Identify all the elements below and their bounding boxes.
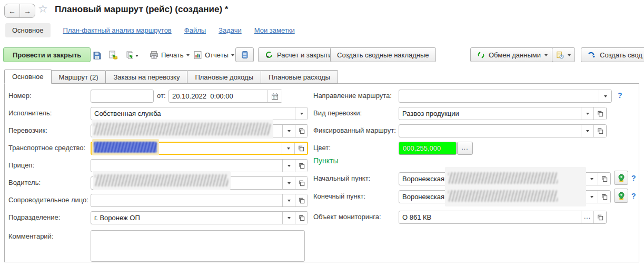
department-input[interactable] [91, 212, 282, 224]
chevron-down-icon[interactable] [585, 173, 598, 185]
create-based-on-icon[interactable] [124, 50, 140, 61]
reports-label: Отчеты [205, 51, 229, 59]
comment-label: Комментарий: [8, 232, 54, 240]
tab-planned-expenses[interactable]: Плановые расходы [261, 70, 338, 84]
chevron-down-icon[interactable] [282, 125, 295, 137]
back-arrow-icon[interactable]: ← [5, 4, 19, 17]
date-input[interactable] [169, 90, 267, 102]
post-document-icon[interactable] [108, 50, 118, 61]
data-exchange-button[interactable]: Обмен данными [470, 47, 554, 62]
route-direction-field [399, 90, 612, 103]
chevron-down-icon[interactable] [282, 212, 295, 224]
calc-refresh-icon [265, 51, 273, 59]
tab-route[interactable]: Маршрут (2) [51, 70, 106, 84]
form-tabs: Основное Маршрут (2) Заказы на перевозку… [4, 70, 338, 84]
monitoring-object-input[interactable] [399, 211, 581, 223]
nav-link-tasks[interactable]: Задачи [219, 26, 242, 34]
transport-type-input[interactable] [399, 107, 581, 120]
chevron-down-icon[interactable] [599, 90, 611, 102]
create-invoices-label: Создать сводные накладные [337, 51, 429, 59]
points-section-header: Пункты [313, 156, 339, 165]
carrier-label: Перевозчик: [8, 126, 47, 134]
end-point-label: Конечный пункт: [313, 192, 365, 200]
open-icon[interactable] [295, 177, 308, 189]
chevron-down-icon[interactable] [585, 191, 598, 203]
fixed-route-input[interactable] [399, 125, 581, 137]
nav-link-plan-fact[interactable]: План-фактный анализ маршрутов [63, 26, 172, 34]
create-svod-button[interactable]: Создать свод [581, 47, 644, 62]
monitoring-object-label: Объект мониторинга: [313, 213, 381, 221]
executor-input[interactable] [91, 107, 295, 120]
trailer-input[interactable] [91, 160, 282, 172]
nav-link-notes[interactable]: Мои заметки [254, 26, 295, 34]
open-icon[interactable] [295, 125, 308, 137]
executor-label: Исполнитель: [8, 109, 52, 117]
transport-type-field [399, 107, 607, 120]
open-icon[interactable] [593, 211, 606, 223]
deferred-document-button[interactable] [552, 47, 575, 62]
save-icon[interactable] [92, 50, 102, 61]
post-and-close-label: Провести и закрыть [13, 51, 81, 59]
reports-button[interactable]: Отчеты [190, 47, 237, 62]
chevron-down-icon[interactable] [282, 143, 294, 154]
post-and-close-button[interactable]: Провести и закрыть [3, 47, 91, 62]
nav-links-row: Основное План-фактный анализ маршрутов Ф… [5, 23, 295, 37]
color-label: Цвет: [313, 144, 331, 152]
open-icon[interactable] [598, 173, 610, 185]
nav-tab-main[interactable]: Основное [5, 23, 51, 37]
map-pin-button[interactable] [614, 189, 628, 203]
create-invoices-button[interactable]: Создать сводные накладные [330, 47, 436, 62]
print-button[interactable]: Печать [146, 47, 193, 62]
reports-icon [193, 51, 202, 60]
app-window: ← → ☆ Плановый маршрут (рейс) (создание)… [0, 0, 644, 266]
open-icon[interactable] [295, 194, 308, 206]
route-direction-label: Направление маршрута: [313, 92, 392, 100]
help-icon[interactable]: ? [618, 91, 622, 100]
tab-main[interactable]: Основное [4, 70, 52, 84]
chevron-down-icon[interactable] [282, 160, 295, 172]
escort-input[interactable] [91, 194, 282, 206]
route-direction-input[interactable] [399, 90, 599, 102]
number-label: Номер: [8, 92, 32, 100]
map-pin-icon [617, 174, 626, 182]
deferred-document-icon [556, 51, 564, 60]
more-button[interactable]: ... [581, 211, 593, 223]
department-label: Подразделение: [8, 213, 60, 221]
driver-label: Водитель: [8, 179, 41, 186]
list-button[interactable] [235, 47, 254, 62]
favorite-star-icon[interactable]: ☆ [38, 3, 48, 15]
trailer-field [91, 159, 308, 172]
open-icon[interactable] [294, 143, 307, 154]
escort-field [91, 194, 308, 207]
print-icon [150, 51, 158, 60]
tab-planned-income[interactable]: Плановые доходы [187, 70, 261, 84]
calendar-icon[interactable] [267, 90, 282, 102]
chevron-down-icon[interactable] [295, 107, 308, 120]
open-icon[interactable] [295, 212, 308, 224]
help-icon[interactable]: ? [631, 174, 636, 182]
number-input[interactable] [91, 90, 153, 102]
print-label: Печать [161, 51, 184, 59]
open-icon[interactable] [598, 191, 610, 203]
redacted-vehicle-value [92, 139, 159, 155]
open-icon[interactable] [593, 125, 606, 137]
tab-transport-orders[interactable]: Заказы на перевозку [105, 70, 187, 84]
chevron-down-icon[interactable] [581, 125, 593, 137]
nav-link-files[interactable]: Файлы [184, 26, 206, 34]
help-icon[interactable]: ? [631, 192, 636, 200]
open-icon[interactable] [593, 107, 606, 120]
list-icon [241, 51, 249, 59]
open-icon[interactable] [295, 160, 308, 172]
comment-textarea[interactable] [91, 230, 305, 262]
forward-arrow-icon[interactable]: → [19, 4, 35, 17]
vehicle-label: Транспортное средство: [8, 144, 85, 152]
chevron-down-icon[interactable] [581, 107, 593, 120]
map-pin-button[interactable] [614, 171, 628, 185]
dropdown-caret [186, 54, 190, 58]
chevron-down-icon[interactable] [282, 194, 295, 206]
color-swatch[interactable]: 000,255,000 [399, 142, 457, 155]
create-svod-label: Создать свод [600, 51, 642, 59]
chevron-down-icon[interactable] [282, 177, 295, 189]
number-field [91, 90, 154, 103]
color-picker-button[interactable]: ... [457, 142, 473, 155]
